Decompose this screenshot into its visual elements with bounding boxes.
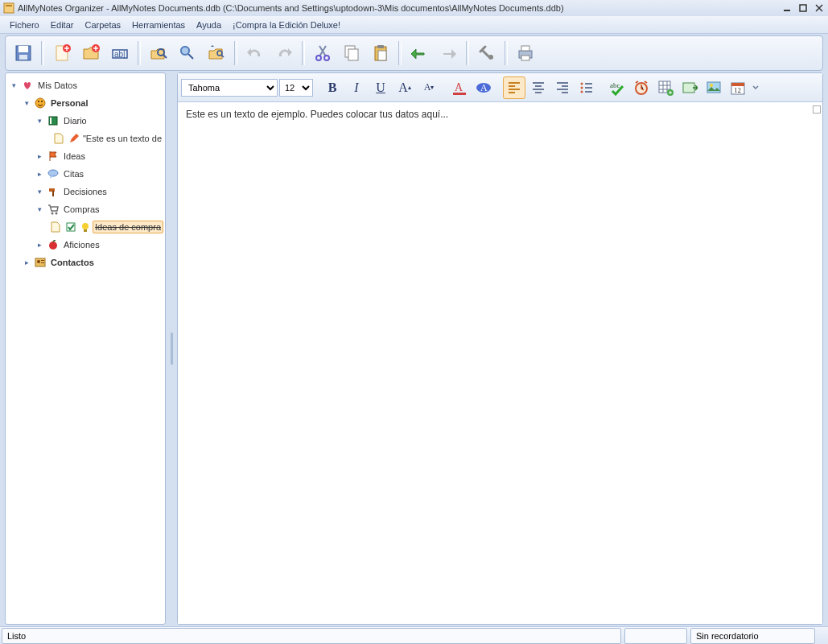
align-left-button[interactable]	[503, 76, 525, 99]
menu-herramientas[interactable]: Herramientas	[127, 19, 190, 31]
new-folder-button[interactable]	[78, 40, 104, 66]
new-note-button[interactable]	[49, 40, 75, 66]
align-center-button[interactable]	[527, 76, 550, 99]
alarm-button[interactable]	[630, 76, 653, 99]
more-button[interactable]	[751, 76, 760, 99]
menu-editar[interactable]: Editar	[46, 19, 79, 31]
insert-link-button[interactable]	[678, 76, 701, 99]
svg-point-16	[324, 56, 329, 60]
settings-button[interactable]	[474, 40, 500, 66]
font-shrink-button[interactable]: A▾	[418, 76, 440, 99]
redo-button[interactable]	[271, 40, 297, 66]
global-find-button[interactable]	[175, 40, 200, 66]
align-right-button[interactable]	[551, 76, 574, 99]
copy-button[interactable]	[339, 40, 365, 66]
svg-point-31	[48, 170, 58, 176]
rename-button[interactable]: ab|	[107, 40, 133, 66]
svg-point-22	[488, 55, 493, 60]
tree-label: Aficiones	[62, 239, 101, 250]
font-color-button[interactable]: A	[448, 76, 471, 99]
collapse-icon[interactable]: ▾	[22, 99, 31, 107]
svg-rect-5	[19, 46, 28, 52]
note-icon	[53, 132, 64, 145]
collapse-icon[interactable]: ▾	[35, 205, 44, 213]
svg-rect-1	[6, 5, 12, 6]
tree-label: "Este es un texto de	[81, 133, 163, 144]
tree-contactos[interactable]: ▸ Contactos	[7, 254, 163, 271]
italic-button[interactable]: I	[345, 76, 368, 99]
tree-aficiones[interactable]: ▸ Aficiones	[7, 236, 163, 254]
minimize-button[interactable]	[781, 3, 793, 13]
svg-point-26	[35, 98, 45, 108]
menu-buy-deluxe[interactable]: ¡Compra la Edición Deluxe!	[228, 19, 345, 31]
advanced-find-button[interactable]	[204, 40, 229, 66]
tree-diario[interactable]: ▾ Diario	[7, 112, 163, 130]
font-select[interactable]: Tahoma	[181, 79, 278, 97]
svg-rect-18	[348, 49, 358, 60]
svg-point-57	[710, 84, 713, 87]
highlight-button[interactable]: A	[472, 76, 495, 99]
collapse-icon[interactable]: ▾	[9, 81, 19, 89]
hammer-icon	[47, 185, 60, 198]
format-toolbar: Tahoma 12 B I U A▴ A▾ A A abc 12	[178, 73, 822, 102]
tree-personal[interactable]: ▾ Personal	[7, 94, 163, 112]
font-grow-button[interactable]: A▴	[393, 76, 416, 99]
close-button[interactable]	[814, 3, 825, 13]
font-size-select[interactable]: 12	[279, 79, 313, 97]
svg-rect-33	[52, 191, 54, 196]
title-bar: AllMyNotes Organizer - AllMyNotes Docume…	[0, 0, 828, 16]
forward-button[interactable]	[435, 40, 461, 66]
insert-table-button[interactable]	[654, 76, 677, 99]
insert-date-button[interactable]: 12	[727, 76, 749, 99]
maximize-button[interactable]	[797, 3, 809, 13]
collapse-icon[interactable]: ▾	[35, 117, 44, 125]
svg-point-50	[581, 90, 583, 93]
svg-rect-3	[800, 5, 806, 11]
editor-content: Este es un texto de ejemplo. Puedes colo…	[186, 109, 448, 120]
cut-button[interactable]	[310, 40, 336, 66]
status-mid	[624, 628, 687, 644]
tree-compras-note[interactable]: Ideas de compra	[7, 218, 163, 236]
svg-rect-30	[50, 118, 51, 124]
tree-compras[interactable]: ▾ Compras	[7, 200, 163, 218]
svg-rect-2	[784, 10, 790, 11]
pencil-icon	[69, 132, 79, 145]
collapse-icon[interactable]: ▾	[35, 188, 44, 196]
expand-icon[interactable]: ▸	[35, 241, 44, 249]
bubble-icon	[47, 167, 60, 180]
svg-rect-43	[41, 262, 44, 263]
save-button[interactable]	[10, 40, 36, 66]
menu-ayuda[interactable]: Ayuda	[192, 19, 226, 31]
undo-button[interactable]	[242, 40, 268, 66]
menu-fichero[interactable]: Fichero	[5, 19, 44, 31]
find-button[interactable]	[146, 40, 171, 66]
tree-citas[interactable]: ▸ Citas	[7, 165, 163, 183]
editor-textarea[interactable]: Este es un texto de ejemplo. Puedes colo…	[178, 102, 822, 624]
tree-decisiones[interactable]: ▾ Decisiones	[7, 183, 163, 200]
expand-icon[interactable]: ▸	[22, 258, 31, 266]
spellcheck-button[interactable]: abc	[606, 76, 628, 99]
expand-icon[interactable]: ▸	[35, 170, 44, 178]
tree-label: Personal	[49, 97, 89, 109]
print-button[interactable]	[513, 40, 538, 66]
expand-icon[interactable]: ▸	[35, 152, 44, 160]
underline-button[interactable]: U	[369, 76, 392, 99]
insert-image-button[interactable]	[702, 76, 725, 99]
svg-point-34	[51, 213, 54, 215]
bold-button[interactable]: B	[321, 76, 344, 99]
bullets-button[interactable]	[575, 76, 598, 99]
status-bar: Listo Sin recordatorio	[0, 626, 828, 644]
tree-diario-note[interactable]: "Este es un texto de	[7, 130, 163, 147]
tree-ideas[interactable]: ▸ Ideas	[7, 147, 163, 165]
svg-rect-55	[683, 83, 694, 93]
paste-button[interactable]	[368, 40, 393, 66]
tree-label: Compras	[62, 204, 101, 215]
menu-carpetas[interactable]: Carpetas	[80, 19, 126, 31]
splitter[interactable]	[169, 72, 174, 625]
svg-rect-36	[67, 223, 75, 231]
svg-text:A: A	[480, 82, 488, 93]
svg-text:A: A	[455, 81, 463, 93]
tree-root[interactable]: ▾ Mis Datos	[7, 76, 163, 94]
back-button[interactable]	[406, 40, 432, 66]
heart-icon	[21, 79, 34, 92]
